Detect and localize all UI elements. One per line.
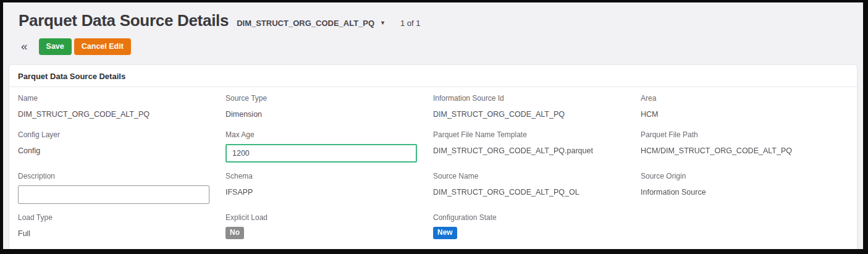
details-panel: Parquet Data Source Details Name DIM_STR… (9, 64, 857, 249)
field-label: Explicit Load (225, 213, 422, 222)
field-explicit-load: Explicit Load No (225, 213, 433, 240)
field-label: Max Age (225, 130, 422, 140)
save-button[interactable]: Save (39, 38, 72, 55)
field-information-source-id: Information Source Id DIM_STRUCT_ORG_COD… (433, 94, 641, 121)
configuration-state-badge: New (433, 227, 457, 239)
record-selector-value[interactable]: DIM_STRUCT_ORG_CODE_ALT_PQ (237, 19, 374, 28)
field-name: Name DIM_STRUCT_ORG_CODE_ALT_PQ (18, 94, 225, 121)
field-label: Source Type (225, 94, 422, 103)
field-parquet-file-path: Parquet File Path HCM/DIM_STRUCT_ORG_COD… (641, 130, 848, 163)
field-value: HCM/DIM_STRUCT_ORG_CODE_ALT_PQ (641, 146, 837, 156)
parquet-data-source-details-page: Parquet Data Source Details DIM_STRUCT_O… (3, 2, 863, 249)
cancel-edit-button[interactable]: Cancel Edit (74, 38, 131, 55)
field-schema: Schema IFSAPP (225, 172, 433, 204)
field-value: DIM_STRUCT_ORG_CODE_ALT_PQ_OL (433, 187, 630, 197)
field-label: Load Type (18, 213, 214, 222)
field-value: DIM_STRUCT_ORG_CODE_ALT_PQ (433, 109, 630, 119)
field-description: Description (18, 172, 225, 204)
record-count: 1 of 1 (400, 19, 421, 28)
details-panel-title: Parquet Data Source Details (9, 65, 857, 87)
field-label: Source Name (433, 172, 630, 181)
field-config-layer: Config Layer Config (18, 130, 225, 163)
field-value: Dimension (225, 109, 422, 119)
field-area: Area HCM (641, 94, 848, 121)
field-label: Schema (225, 172, 422, 181)
field-configuration-state: Configuration State New (433, 213, 641, 240)
field-label: Configuration State (433, 213, 630, 222)
page-title: Parquet Data Source Details (19, 11, 229, 30)
field-label: Source Origin (641, 172, 837, 181)
field-label: Description (18, 172, 214, 181)
field-source-type: Source Type Dimension (225, 94, 433, 121)
command-toolbar: « Save Cancel Edit (19, 38, 863, 55)
collapse-toolbar-icon[interactable]: « (19, 38, 30, 54)
record-selector-dropdown[interactable]: DIM_STRUCT_ORG_CODE_ALT_PQ ▼ (237, 19, 386, 28)
field-value: Full (18, 229, 214, 239)
field-label: Parquet File Path (641, 130, 837, 140)
field-value: DIM_STRUCT_ORG_CODE_ALT_PQ (18, 109, 214, 119)
field-label: Area (641, 94, 837, 103)
field-parquet-file-name-template: Parquet File Name Template DIM_STRUCT_OR… (433, 130, 641, 163)
empty-grid-cell (641, 213, 848, 240)
field-label: Name (18, 94, 214, 103)
screenshot-frame: Parquet Data Source Details DIM_STRUCT_O… (0, 0, 868, 254)
field-label: Config Layer (18, 130, 214, 140)
field-label: Parquet File Name Template (433, 130, 630, 140)
field-label: Information Source Id (433, 94, 630, 103)
field-value: Information Source (641, 187, 837, 197)
field-value: HCM (641, 109, 837, 119)
details-field-grid: Name DIM_STRUCT_ORG_CODE_ALT_PQ Source T… (9, 87, 857, 249)
field-source-name: Source Name DIM_STRUCT_ORG_CODE_ALT_PQ_O… (433, 172, 641, 204)
description-input[interactable] (18, 185, 209, 204)
field-load-type: Load Type Full (18, 213, 225, 240)
caret-down-icon[interactable]: ▼ (380, 20, 386, 26)
page-header: Parquet Data Source Details DIM_STRUCT_O… (3, 2, 863, 30)
explicit-load-badge: No (225, 227, 244, 239)
field-value: IFSAPP (225, 187, 422, 197)
field-max-age: Max Age (225, 130, 433, 163)
field-value: Config (18, 146, 214, 156)
max-age-input[interactable] (225, 144, 417, 163)
field-source-origin: Source Origin Information Source (641, 172, 848, 204)
field-value: DIM_STRUCT_ORG_CODE_ALT_PQ.parquet (433, 146, 630, 156)
